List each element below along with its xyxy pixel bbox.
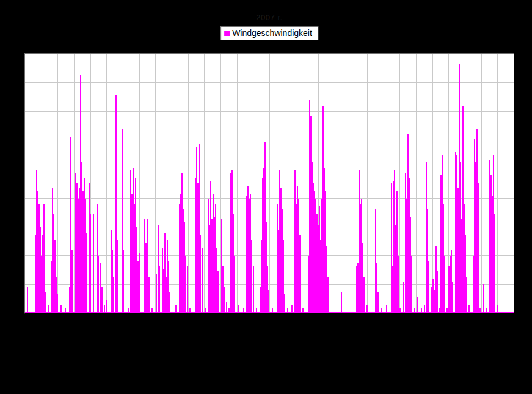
bar bbox=[327, 277, 329, 313]
chart-window: 2007 r. Windgeschwindigkeit bbox=[0, 0, 532, 394]
bar bbox=[363, 277, 365, 313]
bar bbox=[27, 287, 28, 313]
bar bbox=[71, 250, 73, 313]
bar bbox=[159, 266, 160, 313]
bar bbox=[226, 302, 227, 313]
bar bbox=[148, 277, 150, 313]
bars-series-windgeschwindigkeit bbox=[25, 54, 514, 313]
bar bbox=[234, 256, 235, 313]
bar bbox=[284, 294, 285, 313]
bar bbox=[187, 266, 188, 313]
bar bbox=[341, 292, 342, 313]
bar bbox=[45, 292, 46, 313]
bar bbox=[428, 261, 429, 313]
bar bbox=[106, 300, 107, 313]
zero-baseline bbox=[25, 312, 514, 313]
bar bbox=[403, 282, 404, 313]
plot-area bbox=[24, 53, 514, 314]
bar bbox=[494, 214, 495, 313]
bar bbox=[411, 256, 412, 313]
bar bbox=[466, 277, 467, 313]
legend-label: Windgeschwindigkeit bbox=[232, 28, 312, 38]
bar bbox=[483, 284, 484, 313]
bar bbox=[90, 214, 91, 313]
bar bbox=[437, 271, 438, 313]
bar bbox=[113, 277, 114, 313]
bar bbox=[139, 253, 140, 313]
bar bbox=[202, 248, 203, 313]
bar bbox=[123, 250, 124, 313]
bar bbox=[251, 240, 252, 313]
bar bbox=[299, 235, 301, 313]
bar bbox=[224, 287, 225, 313]
bar bbox=[86, 233, 87, 313]
bar bbox=[169, 292, 170, 313]
bar bbox=[417, 297, 418, 313]
bar bbox=[98, 256, 99, 313]
bar bbox=[200, 235, 201, 313]
bar bbox=[398, 256, 399, 313]
bar bbox=[253, 266, 254, 313]
bar bbox=[185, 256, 186, 313]
bar bbox=[57, 294, 58, 313]
bar bbox=[117, 240, 118, 313]
bar bbox=[377, 292, 379, 313]
legend-color-swatch bbox=[224, 31, 230, 36]
bar bbox=[434, 290, 435, 313]
bar bbox=[93, 214, 94, 313]
bar bbox=[156, 274, 157, 313]
bar bbox=[478, 183, 479, 313]
bar bbox=[137, 261, 139, 313]
bar bbox=[268, 290, 269, 313]
bar bbox=[452, 282, 453, 313]
bar bbox=[444, 256, 445, 313]
chart-title: 2007 r. bbox=[24, 13, 514, 22]
bar bbox=[217, 271, 219, 313]
legend: Windgeschwindigkeit bbox=[220, 26, 318, 40]
bar bbox=[101, 287, 103, 313]
